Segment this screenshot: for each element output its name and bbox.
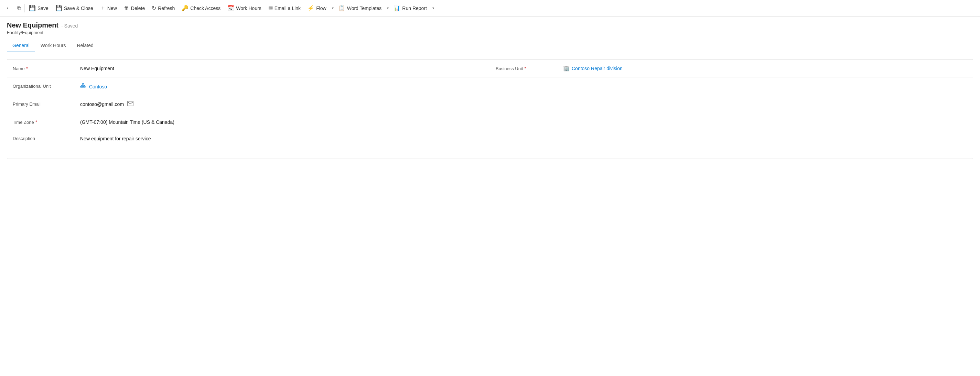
form-left-description: Description New equipment for repair ser… [7, 131, 490, 145]
delete-label: Delete [131, 5, 145, 11]
flow-dropdown-button[interactable]: ▾ [330, 4, 335, 12]
flow-label: Flow [316, 5, 326, 11]
save-close-icon: 💾 [56, 5, 62, 11]
run-report-dropdown-button[interactable]: ▾ [430, 4, 436, 12]
page-title: New Equipment [7, 21, 59, 29]
value-business-unit[interactable]: 🏢Contoso Repair division [559, 61, 973, 76]
tab-related[interactable]: Related [71, 39, 99, 52]
work-hours-icon: 📅 [228, 5, 234, 11]
label-timezone: Time Zone* [7, 115, 76, 129]
word-templates-icon: 📋 [339, 5, 345, 11]
form-card: Name* New Equipment Business Unit* 🏢Cont… [7, 59, 973, 159]
check-access-icon: 🔑 [181, 5, 188, 11]
email-link-icon: ✉ [268, 5, 273, 11]
value-name[interactable]: New Equipment [76, 62, 490, 75]
form-left-org-unit: Organizational Unit [7, 79, 490, 94]
check-access-button[interactable]: 🔑 Check Access [178, 3, 224, 13]
form-row-name: Name* New Equipment Business Unit* 🏢Cont… [7, 59, 973, 77]
form-left-name: Name* New Equipment [7, 62, 490, 75]
svg-rect-2 [82, 86, 84, 88]
email-compose-icon[interactable] [127, 101, 134, 108]
save-close-button[interactable]: 💾 Save & Close [52, 3, 97, 13]
back-button[interactable]: ← [3, 2, 14, 14]
run-report-label: Run Report [402, 5, 427, 11]
org-icon [80, 83, 86, 88]
check-access-label: Check Access [190, 5, 221, 11]
form-row-org-unit: Organizational Unit [7, 77, 973, 95]
tab-general[interactable]: General [7, 39, 35, 52]
label-description: Description [7, 131, 76, 145]
run-report-button-group: 📊 Run Report ▾ [390, 3, 436, 13]
run-report-icon: 📊 [393, 5, 400, 11]
word-templates-dropdown-button[interactable]: ▾ [385, 4, 390, 12]
toolbar-divider-1 [24, 4, 25, 13]
svg-rect-3 [84, 86, 85, 88]
popout-button[interactable]: ⧉ [14, 3, 24, 13]
refresh-label: Refresh [158, 5, 175, 11]
building-icon: 🏢 [563, 65, 570, 71]
form-row-timezone: Time Zone* (GMT-07:00) Mountain Time (US… [7, 113, 973, 131]
value-timezone[interactable]: (GMT-07:00) Mountain Time (US & Canada) [76, 115, 490, 129]
flow-button-group: ⚡ Flow ▾ [304, 3, 335, 13]
page-subtitle: Facility/Equipment [7, 30, 973, 35]
required-business-unit: * [524, 66, 526, 71]
save-button[interactable]: 💾 Save [25, 3, 52, 13]
new-button[interactable]: ＋ New [97, 2, 120, 14]
required-name: * [26, 66, 28, 71]
new-label: New [107, 5, 117, 11]
label-org-unit: Organizational Unit [7, 80, 76, 93]
work-hours-label: Work Hours [236, 5, 261, 11]
refresh-button[interactable]: ↻ Refresh [148, 3, 178, 13]
delete-button[interactable]: 🗑 Delete [120, 3, 148, 13]
work-hours-button[interactable]: 📅 Work Hours [224, 3, 265, 13]
form-right-business-unit: Business Unit* 🏢Contoso Repair division [490, 61, 973, 76]
page-header: New Equipment - Saved Facility/Equipment [0, 16, 980, 35]
word-templates-button-group: 📋 Word Templates ▾ [335, 3, 390, 13]
popout-icon: ⧉ [17, 5, 21, 11]
label-email: Primary Email [7, 97, 76, 111]
save-close-label: Save & Close [64, 5, 93, 11]
delete-icon: 🗑 [124, 5, 129, 11]
form-row-description: Description New equipment for repair ser… [7, 131, 973, 159]
page-saved-status: - Saved [61, 23, 78, 29]
word-templates-dropdown-arrow: ▾ [387, 6, 389, 10]
label-name: Name* [7, 62, 76, 75]
required-timezone: * [35, 119, 37, 125]
word-templates-label: Word Templates [347, 5, 382, 11]
email-link-button[interactable]: ✉ Email a Link [265, 3, 304, 13]
form-area: Name* New Equipment Business Unit* 🏢Cont… [0, 52, 980, 166]
tabs: General Work Hours Related [0, 39, 980, 52]
flow-dropdown-arrow: ▾ [332, 6, 334, 10]
svg-rect-9 [127, 101, 133, 106]
run-report-button[interactable]: 📊 Run Report [390, 3, 430, 13]
form-left-email: Primary Email contoso@gmail.com [7, 97, 490, 112]
form-left-timezone: Time Zone* (GMT-07:00) Mountain Time (US… [7, 115, 490, 129]
run-report-dropdown-arrow: ▾ [433, 6, 434, 10]
refresh-icon: ↻ [152, 5, 156, 11]
value-email: contoso@gmail.com [76, 97, 490, 112]
label-business-unit: Business Unit* [490, 62, 559, 75]
back-icon: ← [5, 5, 12, 11]
tab-work-hours[interactable]: Work Hours [35, 39, 72, 52]
svg-rect-0 [82, 83, 84, 84]
email-text[interactable]: contoso@gmail.com [80, 102, 124, 107]
page-title-row: New Equipment - Saved [7, 21, 973, 29]
save-label: Save [38, 5, 48, 11]
value-org-unit[interactable]: Contoso [76, 79, 490, 94]
email-link-label: Email a Link [275, 5, 301, 11]
new-icon: ＋ [100, 5, 106, 12]
flow-icon: ⚡ [307, 5, 314, 11]
word-templates-button[interactable]: 📋 Word Templates [335, 3, 385, 13]
value-description[interactable]: New equipment for repair service [76, 131, 490, 145]
form-row-email: Primary Email contoso@gmail.com [7, 95, 973, 113]
flow-button[interactable]: ⚡ Flow [304, 3, 330, 13]
svg-rect-1 [81, 86, 82, 88]
form-right-empty-description [490, 131, 973, 159]
toolbar: ← ⧉ 💾 Save 💾 Save & Close ＋ New 🗑 Delete… [0, 0, 980, 16]
save-icon: 💾 [29, 5, 36, 11]
